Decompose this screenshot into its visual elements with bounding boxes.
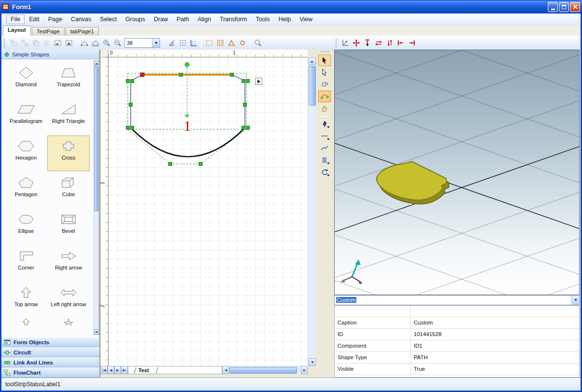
menu-item-groups[interactable]: Groups — [121, 14, 149, 24]
toolbox-scrollbar[interactable] — [94, 60, 99, 335]
next-page-button[interactable]: ▶ — [114, 366, 121, 374]
menu-item-align[interactable]: Align — [193, 14, 216, 24]
zoom-value[interactable]: 38 — [125, 39, 152, 47]
order-icon[interactable] — [30, 38, 41, 49]
first-page-button[interactable]: |◀ — [101, 366, 108, 374]
toolbar-grip[interactable] — [320, 51, 329, 53]
shape-item-cross[interactable]: Cross — [47, 135, 90, 171]
menu-item-path[interactable]: Path — [172, 14, 193, 24]
group-icon[interactable] — [8, 38, 19, 49]
protractor-icon[interactable] — [166, 38, 177, 49]
toolbox-group-form-objects[interactable]: Form Objects — [1, 337, 99, 347]
scrollbar-thumb[interactable] — [94, 67, 98, 211]
shape-item-right-arrow[interactable]: Right arrow — [47, 245, 90, 281]
path-edit-tool-button[interactable] — [318, 91, 331, 102]
canvas-horizontal-scrollbar[interactable] — [229, 366, 301, 374]
toolbar-grip[interactable] — [336, 39, 337, 47]
toolbox-group-circuit[interactable]: Circult — [1, 347, 99, 357]
drawing-canvas[interactable]: 1 — [108, 57, 308, 366]
scroll-down-button[interactable] — [94, 329, 98, 335]
swap-vertical-icon[interactable] — [384, 38, 395, 49]
menu-item-draw[interactable]: Draw — [149, 14, 172, 24]
move-all-icon[interactable] — [351, 38, 362, 49]
ungroup-icon[interactable] — [19, 38, 30, 49]
curve-grid-icon[interactable] — [79, 38, 90, 49]
last-page-button[interactable]: ▶| — [121, 366, 128, 374]
curve-tool-button[interactable] — [318, 142, 331, 154]
scrollbar-thumb[interactable] — [230, 367, 297, 374]
menu-item-select[interactable]: Select — [95, 14, 121, 24]
swap-horizontal-icon[interactable] — [373, 38, 384, 49]
shape-item-pentagon[interactable]: Pentagon — [5, 172, 47, 208]
canvas-vertical-scrollbar[interactable] — [308, 57, 316, 366]
node-select-tool-button[interactable] — [318, 67, 331, 78]
shape-item-bevel[interactable]: Bevel — [47, 209, 90, 244]
minimize-button[interactable] — [548, 2, 558, 12]
shape-item-left-right-arrow[interactable]: Left right arrow — [47, 282, 90, 318]
scroll-down-button[interactable] — [309, 358, 316, 366]
shape-item-trapezoid[interactable]: Trapezoid — [47, 62, 90, 98]
menu-item-transform[interactable]: Transform — [216, 14, 252, 24]
menu-item-file[interactable]: File — [6, 14, 25, 24]
menu-item-view[interactable]: View — [295, 14, 317, 24]
line-style-tool-button[interactable] — [318, 130, 331, 142]
prev-page-button[interactable]: ◀ — [108, 366, 114, 374]
curve-ruler-icon[interactable] — [90, 38, 101, 49]
scroll-up-button[interactable] — [94, 61, 98, 66]
titlebar[interactable]: Form1 — [0, 0, 582, 14]
smart-tag-button[interactable] — [255, 78, 262, 85]
rotate-tool-button[interactable] — [318, 166, 331, 178]
tab-layout[interactable]: Layout — [3, 26, 31, 36]
align-to-left-icon[interactable] — [395, 38, 406, 49]
preset-value[interactable]: Custom — [335, 296, 571, 305]
tab-tabpage1[interactable]: tabPage1 — [66, 27, 99, 36]
shape-item-right-triangle[interactable]: Right Triangle — [47, 99, 90, 135]
snap-grid-frame-icon[interactable] — [215, 38, 226, 49]
preset-combo-dropdown[interactable] — [571, 296, 579, 305]
toolbar-grip[interactable] — [4, 39, 5, 47]
zoom-in-icon[interactable] — [101, 38, 112, 49]
select-tool-button[interactable] — [318, 54, 331, 66]
shape-item-diamond[interactable]: Diamond — [5, 62, 47, 98]
menu-item-canvas[interactable]: Canvas — [67, 14, 95, 24]
preset-combo[interactable]: Custom — [334, 295, 580, 305]
toolbox-header-simple-shapes[interactable]: Simple Shapes — [1, 50, 99, 59]
zoom-combo-dropdown[interactable] — [152, 39, 160, 47]
pen-style-tool-button[interactable] — [318, 118, 331, 130]
shape-item-cube[interactable]: Cube — [47, 172, 90, 208]
orbit-tool-button[interactable] — [318, 79, 331, 90]
snap-frame-icon[interactable] — [203, 38, 215, 49]
shape-item-hexagon[interactable]: Hexagon — [5, 135, 47, 171]
axes-icon[interactable] — [339, 38, 351, 49]
menu-item-page[interactable]: Page — [44, 14, 67, 24]
scrollbar-thumb[interactable] — [309, 66, 316, 106]
close-button[interactable] — [570, 2, 580, 12]
snap-rotate-icon[interactable] — [237, 38, 248, 49]
grid-ruler-icon[interactable] — [188, 38, 199, 49]
menu-item-help[interactable]: Help — [274, 14, 295, 24]
scroll-left-button[interactable] — [222, 366, 229, 374]
image-icon[interactable] — [52, 38, 63, 49]
shape-item-parallelogram[interactable]: Parallelogram — [5, 99, 47, 135]
dot-grid-icon[interactable] — [177, 38, 188, 49]
hatch-tool-button[interactable] — [318, 154, 331, 166]
snap-triangle-icon[interactable] — [226, 38, 237, 49]
menu-item-tools[interactable]: Tools — [251, 14, 274, 24]
menu-item-edit[interactable]: Edit — [25, 14, 44, 24]
drop-down-axis-icon[interactable] — [362, 38, 373, 49]
toolbox-group-link-and-lines[interactable]: Link And Lines — [1, 357, 99, 367]
shape-item-corner[interactable]: Corner — [5, 245, 47, 281]
align-icon[interactable] — [41, 38, 52, 49]
viewport-3d[interactable] — [334, 50, 580, 295]
pan-tool-button[interactable] — [318, 103, 331, 114]
zoom-combo[interactable]: 38 — [124, 38, 160, 48]
scroll-up-button[interactable] — [309, 57, 316, 65]
shape-item-ellipse[interactable]: Ellipse — [5, 209, 47, 244]
shape-item-top-arrow[interactable]: Top arrow — [5, 282, 47, 318]
align-to-right-icon[interactable] — [406, 38, 417, 49]
tab-testpage[interactable]: TestPage — [32, 27, 65, 36]
zoom-out-icon[interactable] — [112, 38, 123, 49]
maximize-button[interactable] — [559, 2, 569, 12]
magnifier-icon[interactable] — [252, 38, 263, 49]
page-tab-test[interactable]: Test — [134, 367, 158, 373]
